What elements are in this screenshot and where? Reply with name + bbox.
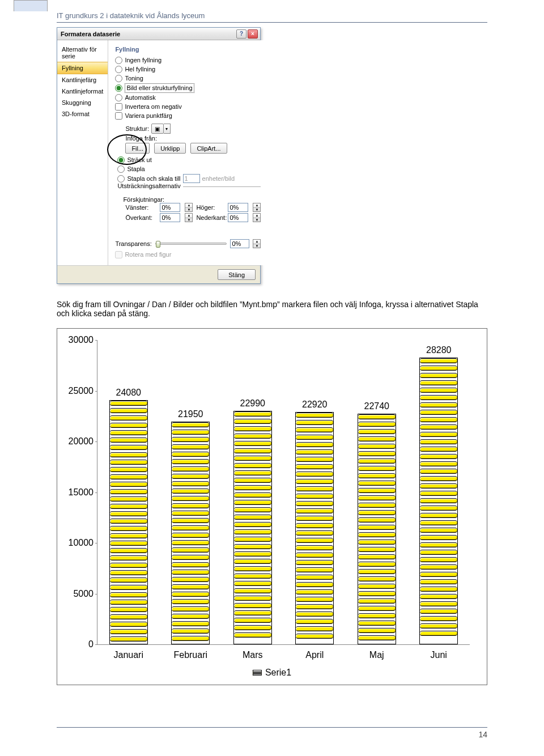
close-button[interactable]: Stäng (218, 269, 256, 280)
x-tick-label: April (305, 650, 324, 660)
offset-left-label: Vänster: (125, 204, 156, 211)
x-tick-label: Januari (114, 650, 143, 660)
invert-negative-check[interactable] (115, 103, 122, 111)
nav-fill[interactable]: Fyllning (57, 62, 108, 74)
footer-rule (57, 727, 487, 728)
offset-right-label: Höger: (196, 204, 224, 211)
insert-file-button[interactable]: Fil... (125, 143, 150, 154)
fill-picture-label: Bild eller strukturfyllning (125, 83, 194, 93)
stack-radio[interactable] (117, 165, 125, 173)
insert-clipboard-button[interactable]: Urklipp (154, 143, 186, 154)
insert-clipart-button[interactable]: ClipArt... (190, 143, 227, 154)
dialog-titlebar[interactable]: Formatera dataserie ? × (57, 28, 260, 40)
y-tick-label: 15000 (66, 487, 94, 498)
data-label: 22920 (302, 400, 328, 410)
legend-swatch-icon (253, 670, 262, 676)
stack-label: Stapla (127, 165, 144, 173)
texture-dropdown[interactable]: ▾ (164, 124, 171, 134)
offset-top-spinner[interactable]: ▲▼ (185, 213, 193, 222)
fill-heading: Fyllning (115, 46, 261, 53)
x-tick-label: Maj (369, 650, 384, 660)
offset-bottom-spinner[interactable]: ▲▼ (253, 213, 261, 222)
y-tick-label: 0 (66, 639, 94, 649)
x-tick-label: Februari (173, 650, 207, 660)
format-data-series-dialog: Formatera dataserie ? × Alternativ för s… (57, 27, 261, 284)
fill-solid-label: Hel fyllning (125, 65, 155, 74)
header-tab (14, 0, 48, 11)
insert-from-label: Infoga från: (125, 135, 261, 142)
nav-series-options[interactable]: Alternativ för serie (57, 44, 108, 62)
transparency-slider[interactable] (155, 243, 227, 245)
stretch-label: Sträck ut (127, 156, 151, 164)
rotate-with-shape-label: Rotera med figur (125, 250, 171, 259)
data-label: 22990 (240, 398, 266, 409)
fill-none-label: Ingen fyllning (125, 56, 162, 65)
data-label: 28280 (426, 345, 452, 355)
offset-left-spinner[interactable]: ▲▼ (185, 203, 193, 212)
units-per-picture-label: enheter/bild (202, 175, 235, 183)
offset-right-input[interactable] (228, 203, 248, 212)
body-paragraph: Sök dig fram till Ovningar / Dan / Bilde… (57, 300, 487, 318)
x-tick-label: Juni (431, 650, 447, 660)
offset-top-input[interactable] (160, 213, 180, 222)
fill-none-radio[interactable] (115, 57, 122, 64)
stack-scale-value (183, 174, 200, 183)
stretch-options-heading: Utsträckningsalternativ (115, 182, 182, 189)
y-tick-label: 20000 (66, 436, 94, 447)
y-tick-label: 30000 (66, 335, 94, 345)
image-icon: ▣ (155, 126, 160, 132)
stack-scale-label: Stapla och skala till (127, 175, 180, 183)
bar (419, 358, 458, 644)
transparency-spinner[interactable]: ▲▼ (253, 239, 261, 248)
offset-bottom-label: Nederkant: (196, 214, 224, 221)
y-tick-label: 5000 (66, 589, 94, 599)
data-label: 24080 (116, 388, 142, 398)
offset-right-spinner[interactable]: ▲▼ (253, 203, 261, 212)
x-tick-label: Mars (243, 650, 263, 660)
data-label: 22740 (364, 401, 390, 411)
bar (233, 411, 272, 644)
help-button[interactable]: ? (236, 29, 246, 39)
transparency-label: Transparens: (115, 240, 151, 247)
document-header: IT grundkurs 2 i datateknik vid Ålands l… (57, 11, 487, 23)
texture-picker[interactable]: ▣ (151, 124, 164, 134)
vary-color-label: Variera punktfärg (125, 112, 172, 120)
transparency-input[interactable] (230, 239, 249, 248)
fill-solid-radio[interactable] (115, 66, 122, 73)
bar-chart: 05000100001500020000250003000024080Janua… (57, 328, 487, 685)
bar (171, 422, 210, 644)
fill-auto-radio[interactable] (115, 94, 122, 101)
dialog-title: Formatera dataserie (61, 31, 120, 37)
fill-gradient-radio[interactable] (115, 75, 122, 82)
data-label: 21950 (178, 409, 203, 419)
stack-scale-radio[interactable] (117, 175, 125, 182)
offset-bottom-input[interactable] (228, 213, 248, 222)
page-number: 14 (57, 730, 487, 739)
offsets-label: Förskjutningar: (123, 196, 261, 203)
nav-3d-format[interactable]: 3D-format (57, 108, 108, 120)
stretch-radio[interactable] (117, 156, 125, 164)
nav-border-color[interactable]: Kantlinjefärg (57, 74, 108, 86)
y-tick-label: 10000 (66, 538, 94, 548)
nav-border-style[interactable]: Kantlinjeformat (57, 86, 108, 97)
rotate-with-shape-check (115, 251, 122, 258)
dialog-nav: Alternativ för serie Fyllning Kantlinjef… (57, 40, 108, 265)
bar (295, 412, 334, 644)
bar (358, 414, 396, 644)
chevron-down-icon: ▾ (165, 126, 168, 131)
legend-label: Serie1 (265, 668, 291, 678)
offset-left-input[interactable] (160, 203, 180, 212)
y-tick-label: 25000 (66, 386, 94, 396)
invert-negative-label: Invertera om negativ (125, 103, 181, 111)
fill-picture-radio[interactable] (115, 84, 122, 92)
vary-color-check[interactable] (115, 112, 122, 120)
fill-gradient-label: Toning (125, 74, 143, 83)
offset-top-label: Överkant: (125, 214, 156, 221)
fill-auto-label: Automatisk (125, 94, 155, 102)
nav-shadow[interactable]: Skuggning (57, 97, 108, 108)
chart-legend: Serie1 (253, 668, 291, 678)
bar (109, 400, 148, 644)
texture-label: Struktur: (125, 125, 149, 132)
close-icon[interactable]: × (248, 29, 258, 39)
